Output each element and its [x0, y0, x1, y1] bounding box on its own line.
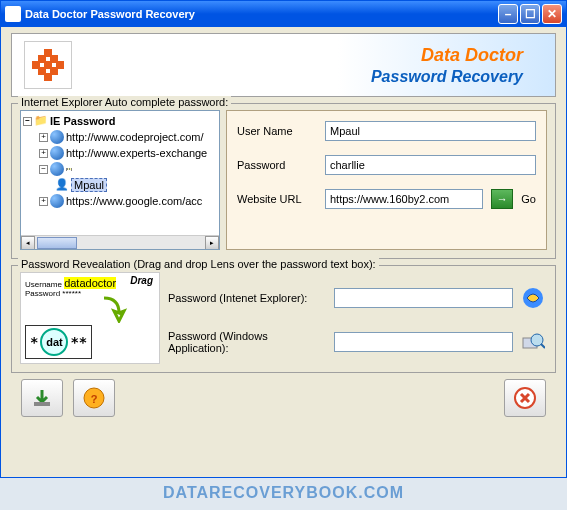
password-field[interactable]: charllie — [325, 155, 536, 175]
ie-password-label: Password (Intenet Explorer): — [168, 292, 328, 304]
expand-icon[interactable]: + — [39, 149, 48, 158]
svg-rect-14 — [34, 402, 50, 406]
password-tree[interactable]: − 📁 IE Password +http://www.codeproject.… — [20, 110, 220, 250]
tree-item[interactable]: +https://www.google.com/acc — [39, 193, 217, 209]
credential-panel: User Name Mpaul Password charllie Websit… — [226, 110, 547, 250]
username-label: User Name — [237, 125, 317, 137]
arrow-icon — [99, 293, 129, 323]
reveal-section: Password Revealation (Drag and drop Lens… — [11, 265, 556, 373]
url-label: Website URL — [237, 193, 317, 205]
tree-item-selected[interactable]: 👤Mpaul — [55, 177, 217, 193]
minimize-button[interactable]: – — [498, 4, 518, 24]
ie-password-section: Internet Explorer Auto complete password… — [11, 103, 556, 259]
save-button[interactable] — [21, 379, 63, 417]
svg-rect-9 — [44, 61, 52, 69]
magnifier-icon — [519, 328, 547, 356]
tree-item[interactable]: +http://www.experts-exchange — [39, 145, 217, 161]
reveal-section-label: Password Revealation (Drag and drop Lens… — [18, 258, 379, 270]
tree-root[interactable]: − 📁 IE Password — [23, 113, 217, 129]
close-button[interactable]: ✕ — [542, 4, 562, 24]
collapse-icon[interactable]: − — [23, 117, 32, 126]
logo-icon — [24, 41, 72, 89]
brand-subtitle: Password Recovery — [371, 68, 523, 86]
svg-text:?: ? — [91, 393, 98, 405]
horizontal-scrollbar[interactable]: ◂ ▸ — [21, 235, 219, 249]
expand-icon[interactable]: + — [39, 197, 48, 206]
titlebar: Data Doctor Password Recovery – ☐ ✕ — [1, 1, 566, 27]
maximize-button[interactable]: ☐ — [520, 4, 540, 24]
tree-item[interactable]: +http://www.codeproject.com/ — [39, 129, 217, 145]
globe-icon — [50, 194, 64, 208]
scroll-thumb[interactable] — [37, 237, 77, 249]
svg-line-13 — [541, 344, 545, 348]
folder-icon: 📁 — [34, 114, 48, 128]
globe-icon — [50, 146, 64, 160]
scroll-right-icon[interactable]: ▸ — [205, 236, 219, 250]
collapse-icon[interactable]: − — [39, 165, 48, 174]
username-field[interactable]: Mpaul — [325, 121, 536, 141]
ie-section-label: Internet Explorer Auto complete password… — [18, 96, 231, 108]
go-label: Go — [521, 193, 536, 205]
lens-illustration[interactable]: Username datadoctorPassword ****** Drag … — [20, 272, 160, 364]
brand-title: Data Doctor — [371, 45, 523, 66]
win-password-input[interactable] — [334, 332, 513, 352]
globe-icon — [50, 162, 64, 176]
url-field[interactable]: https://www.160by2.com — [325, 189, 483, 209]
password-label: Password — [237, 159, 317, 171]
header-banner: Data Doctor Password Recovery — [11, 33, 556, 97]
go-button[interactable]: → — [491, 189, 513, 209]
tree-item[interactable]: − — [39, 161, 217, 177]
ie-icon — [519, 284, 547, 312]
ie-password-input[interactable] — [334, 288, 513, 308]
globe-icon — [50, 130, 64, 144]
drag-label: Drag — [130, 275, 153, 286]
lens-icon: dat — [40, 328, 68, 356]
app-icon — [5, 6, 21, 22]
watermark: DATARECOVERYBOOK.COM — [0, 484, 567, 502]
help-button[interactable]: ? — [73, 379, 115, 417]
window-title: Data Doctor Password Recovery — [25, 8, 498, 20]
expand-icon[interactable]: + — [39, 133, 48, 142]
exit-button[interactable] — [504, 379, 546, 417]
user-icon: 👤 — [55, 178, 69, 192]
win-password-label: Password (Windows Application): — [168, 330, 328, 354]
bottom-toolbar: ? — [11, 373, 556, 417]
scroll-left-icon[interactable]: ◂ — [21, 236, 35, 250]
app-window: Data Doctor Password Recovery – ☐ ✕ Data… — [0, 0, 567, 478]
